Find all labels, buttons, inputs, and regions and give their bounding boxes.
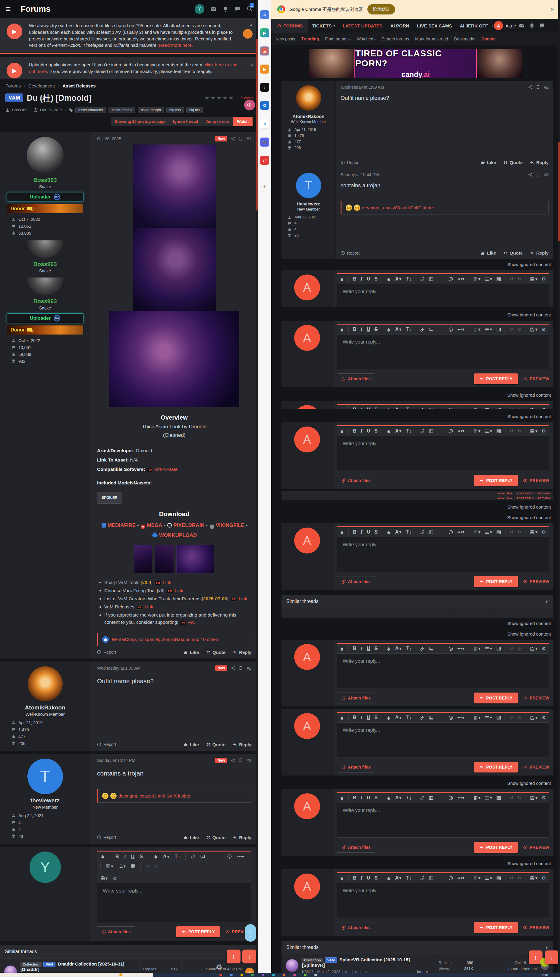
spoiler-button[interactable]: SPOILER: [97, 492, 122, 504]
bookmark-icon[interactable]: [536, 172, 540, 177]
watch-button[interactable]: Watch: [233, 117, 253, 126]
subnav-bookmarks[interactable]: Bookmarks: [454, 37, 475, 41]
font-size-icon[interactable]: T↕: [406, 276, 412, 282]
breadcrumb-asset-releases[interactable]: Asset Releases: [62, 83, 95, 89]
current-user-avatar[interactable]: A: [294, 325, 320, 351]
bookmark-icon[interactable]: [239, 137, 243, 141]
align-icon[interactable]: ▾: [473, 276, 481, 282]
author-name[interactable]: theviewerz: [3, 797, 87, 804]
editor-settings-icon[interactable]: ⚙: [542, 875, 545, 881]
report-button[interactable]: Report: [97, 742, 116, 747]
post-reply-button[interactable]: POST REPLY: [474, 762, 518, 773]
taskbar-app-icon[interactable]: [293, 974, 296, 976]
link-icon[interactable]: [420, 796, 425, 800]
chat-icon[interactable]: [235, 6, 240, 12]
floating-badge[interactable]: [243, 29, 253, 38]
attach-files-button[interactable]: Attach files: [498, 497, 513, 500]
taskbar-app-icon[interactable]: [304, 974, 307, 976]
tag[interactable]: asset-female: [108, 107, 135, 113]
underline-icon[interactable]: U: [367, 276, 370, 282]
drafts-icon[interactable]: ▾: [530, 529, 538, 535]
remove-format-icon[interactable]: [340, 796, 344, 800]
post-date[interactable]: Sunday at 10:44 PM: [341, 172, 379, 177]
redo-icon[interactable]: ↻: [518, 428, 522, 434]
font-color-icon[interactable]: A▾: [163, 854, 169, 859]
list-icon[interactable]: ▾: [485, 715, 492, 720]
post-reply-button[interactable]: POST REPLY: [517, 492, 533, 495]
text-color-icon[interactable]: [153, 854, 158, 859]
mail-icon[interactable]: [519, 23, 525, 28]
workupload-link[interactable]: WORKUPLOAD: [159, 533, 197, 538]
bold-icon[interactable]: B: [353, 407, 357, 409]
align-icon[interactable]: ▾: [473, 795, 481, 800]
font-color-icon[interactable]: A▾: [395, 529, 402, 535]
scroll-up-button[interactable]: ↑: [227, 950, 240, 964]
bold-icon[interactable]: B: [353, 646, 357, 651]
tag[interactable]: asset-morph: [138, 107, 164, 113]
post-date[interactable]: Wednesday at 1:09 AM: [97, 666, 141, 671]
subnav-find-threads[interactable]: Find threads▾: [325, 37, 350, 41]
table-icon[interactable]: [497, 646, 501, 651]
breadcrumb-forums[interactable]: Forums: [5, 83, 21, 89]
strikethrough-icon[interactable]: S: [374, 875, 378, 881]
bold-icon[interactable]: B: [353, 795, 357, 800]
bold-icon[interactable]: B: [353, 327, 357, 332]
undo-icon[interactable]: ↺: [510, 327, 513, 332]
strikethrough-icon[interactable]: S: [374, 715, 378, 720]
underline-icon[interactable]: U: [367, 795, 370, 800]
share-icon[interactable]: [231, 137, 235, 141]
font-color-icon[interactable]: A▾: [395, 327, 402, 332]
editor-settings-icon[interactable]: ⚙: [542, 529, 545, 535]
align-icon[interactable]: ▾: [473, 646, 481, 651]
italic-icon[interactable]: I: [361, 715, 363, 720]
link-icon[interactable]: [191, 854, 195, 859]
underline-icon[interactable]: U: [367, 327, 370, 332]
redo-icon[interactable]: ↻: [518, 795, 522, 800]
smilies-icon[interactable]: [448, 876, 453, 880]
list-icon[interactable]: ▾: [485, 428, 492, 434]
nav-ai-porn[interactable]: AI PORN: [387, 23, 413, 28]
nav-live-sex-cams[interactable]: LIVE SEX CAMS: [413, 23, 456, 28]
character-render-3[interactable]: [109, 311, 239, 407]
undo-icon[interactable]: ↺: [146, 863, 150, 869]
redo-icon[interactable]: ↻: [518, 715, 522, 720]
italic-icon[interactable]: I: [124, 854, 126, 859]
reactors[interactable]: devmgmt, coazy83 and GolfClubber: [362, 205, 434, 210]
scroll-widget[interactable]: ↑⋮: [245, 924, 256, 942]
drafts-icon[interactable]: ▾: [530, 428, 538, 434]
link-icon[interactable]: [420, 646, 425, 651]
remove-format-icon[interactable]: [340, 408, 344, 409]
like-button[interactable]: Like: [481, 160, 496, 165]
remove-format-icon[interactable]: [340, 876, 344, 880]
post-date[interactable]: Wednesday at 1:09 AM: [341, 85, 384, 90]
image-icon[interactable]: [429, 715, 433, 720]
outlook-app-icon[interactable]: O: [260, 101, 269, 110]
smilies-icon[interactable]: [448, 277, 453, 281]
font-color-icon[interactable]: A▾: [395, 715, 402, 720]
undo-icon[interactable]: ↺: [510, 529, 513, 535]
scroll-down-button[interactable]: ↓: [545, 950, 559, 964]
ignore-thread-button[interactable]: Ignore thread: [169, 117, 202, 126]
vikingfile-link[interactable]: VIKINGFILE: [216, 523, 245, 528]
quote-button[interactable]: Quote: [206, 650, 225, 655]
chevron-down-icon[interactable]: ▼: [545, 945, 548, 950]
virt-a-mate-link[interactable]: Virt-A-Mate: [154, 467, 178, 472]
discord-app-icon[interactable]: 🎮: [260, 137, 269, 147]
huya-app-icon[interactable]: ▶: [260, 28, 269, 37]
font-color-icon[interactable]: A▾: [395, 646, 402, 651]
bookmark-icon[interactable]: [239, 666, 243, 670]
editor-box[interactable]: BIUS A▾ T↕ •••▾ ▾ ▾ ↺ ↻ ▾ ⚙: [337, 425, 549, 471]
table-icon[interactable]: [497, 876, 501, 880]
similar-thread-row[interactable]: CollectionVAMSplineVR Collection [2025-1…: [282, 954, 553, 973]
subnav-new-posts[interactable]: New posts: [275, 37, 295, 41]
remove-format-icon[interactable]: [340, 277, 344, 281]
strikethrough-icon[interactable]: S: [374, 646, 378, 651]
drafts-icon[interactable]: ▾: [530, 327, 538, 332]
redo-icon[interactable]: ↻: [518, 276, 522, 282]
attach-files-button[interactable]: Attach files: [337, 762, 375, 773]
post-number[interactable]: #3: [544, 172, 548, 177]
remove-format-icon[interactable]: [340, 327, 344, 332]
quote-button[interactable]: Quote: [503, 251, 523, 256]
undo-icon[interactable]: ↺: [510, 276, 513, 282]
current-user-avatar[interactable]: A: [294, 405, 320, 409]
